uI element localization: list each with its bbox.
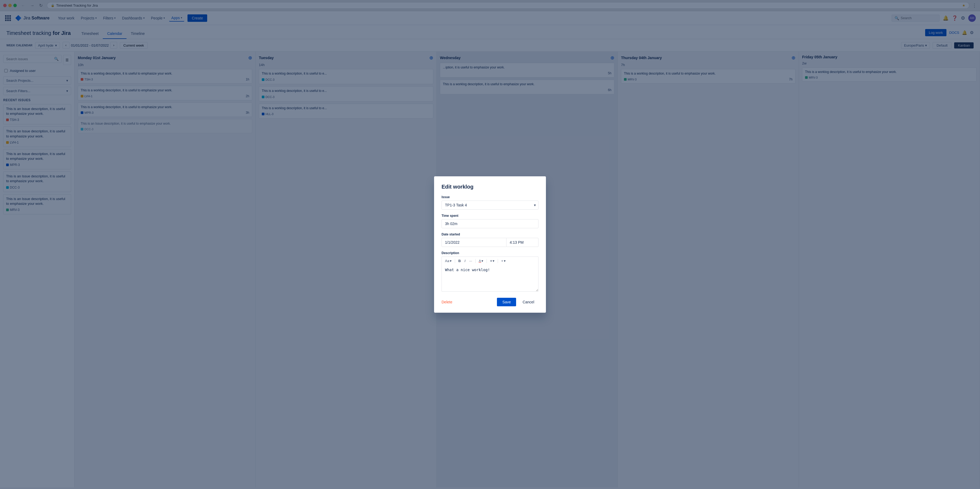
date-input[interactable]: 1/1/2022 <box>442 238 506 247</box>
insert-button[interactable]: + ▾ <box>500 258 507 263</box>
description-label: Description <box>442 251 538 255</box>
more-button[interactable]: ··· <box>468 258 473 263</box>
time-input[interactable]: 4:13 PM <box>506 238 538 247</box>
bold-button[interactable]: B <box>457 258 462 263</box>
time-spent-input[interactable]: 3h 02m <box>442 219 538 228</box>
time-spent-label: Time spent <box>442 214 538 218</box>
italic-button[interactable]: I <box>463 258 466 263</box>
modal-actions: Save Cancel <box>497 298 538 306</box>
date-time-row: 1/1/2022 4:13 PM <box>442 238 538 247</box>
issue-label: Issue <box>442 195 538 199</box>
description-field: Description Aa ▾ B I ··· A ▾ ≡ ▾ <box>442 251 538 292</box>
list-chevron-icon: ▾ <box>493 259 495 263</box>
date-started-label: Date started <box>442 233 538 236</box>
save-button[interactable]: Save <box>497 298 516 306</box>
modal-footer: Delete Save Cancel <box>442 298 538 306</box>
edit-worklog-modal: Edit worklog Issue TP1-3 Task 4 ▾ Time s… <box>434 176 546 313</box>
issue-select[interactable]: TP1-3 Task 4 <box>442 201 538 210</box>
insert-chevron-icon: ▾ <box>504 259 506 263</box>
date-started-field: Date started 1/1/2022 4:13 PM <box>442 233 538 247</box>
issue-select-wrapper: TP1-3 Task 4 ▾ <box>442 201 538 210</box>
toolbar-separator <box>498 259 498 263</box>
font-chevron-icon: ▾ <box>450 259 452 263</box>
toolbar-separator <box>487 259 487 263</box>
list-button[interactable]: ≡ ▾ <box>489 258 496 263</box>
modal-title: Edit worklog <box>442 184 538 190</box>
font-button[interactable]: Aa ▾ <box>444 258 453 263</box>
color-button[interactable]: A ▾ <box>478 258 485 263</box>
issue-field: Issue TP1-3 Task 4 ▾ <box>442 195 538 210</box>
editor-toolbar: Aa ▾ B I ··· A ▾ ≡ ▾ + <box>442 256 538 265</box>
description-textarea[interactable]: What a nice worklog! <box>442 265 538 291</box>
time-spent-field: Time spent 3h 02m <box>442 214 538 228</box>
modal-overlay[interactable]: Edit worklog Issue TP1-3 Task 4 ▾ Time s… <box>0 0 980 487</box>
cancel-button[interactable]: Cancel <box>518 298 538 306</box>
delete-button[interactable]: Delete <box>442 300 452 304</box>
color-chevron-icon: ▾ <box>482 259 483 263</box>
